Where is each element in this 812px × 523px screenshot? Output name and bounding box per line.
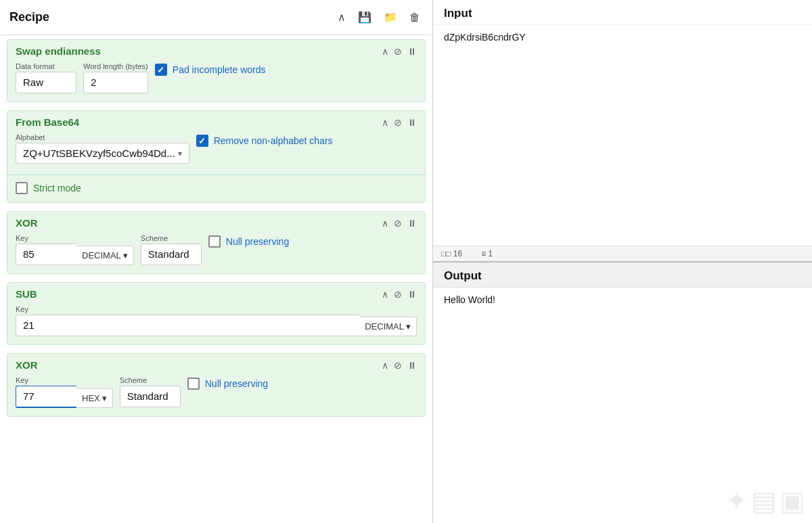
xor2-body: Key 77 HEX ▾ Scheme Standard — [7, 376, 425, 416]
pad-incomplete-words-checkbox[interactable] — [155, 64, 167, 76]
data-format-group: Data format Raw — [16, 62, 76, 93]
watermark-icon1: ✦ — [725, 485, 748, 516]
strict-mode-checkbox[interactable] — [16, 182, 28, 194]
input-header: Input — [433, 0, 812, 25]
watermark-icon2: ▤ — [751, 485, 777, 516]
xor1-scheme-group: Scheme Standard — [141, 234, 202, 265]
status-chars: □□ 16 — [441, 249, 462, 258]
xor1-scheme-input[interactable]: Standard — [141, 244, 202, 265]
xor1-header: XOR ∧ ⊘ ⏸ — [7, 212, 425, 234]
alphabet-dropdown[interactable]: ZQ+U7tSBEKVzyf5coCwb94Dd... ▾ — [16, 143, 189, 164]
swap-endianness-collapse[interactable]: ∧ — [382, 46, 388, 57]
swap-endianness-controls: ∧ ⊘ ⏸ — [382, 46, 417, 57]
watermark: ✦ ▤ ▣ — [725, 485, 805, 516]
word-length-value: 2 — [91, 76, 96, 88]
xor2-null-preserving-row: Null preserving — [187, 378, 268, 390]
xor1-key-value: 85 — [23, 248, 35, 260]
output-header: Output — [433, 263, 812, 288]
output-value: Hello World! — [444, 294, 495, 305]
from-base64-pause[interactable]: ⏸ — [407, 117, 417, 128]
xor1-key-input[interactable]: 85 — [16, 244, 76, 265]
xor2-card: XOR ∧ ⊘ ⏸ Key 77 HEX ▾ — [7, 353, 426, 417]
sub-collapse[interactable]: ∧ — [382, 289, 388, 300]
from-base64-card: From Base64 ∧ ⊘ ⏸ Alphabet ZQ+U7tSBEKVzy… — [7, 110, 426, 203]
input-title: Input — [444, 7, 472, 20]
word-length-label: Word length (bytes) — [83, 62, 148, 70]
xor2-disable[interactable]: ⊘ — [394, 360, 402, 371]
delete-recipe-button[interactable]: 🗑 — [407, 10, 423, 25]
xor2-collapse[interactable]: ∧ — [382, 360, 388, 371]
from-base64-collapse[interactable]: ∧ — [382, 117, 388, 128]
xor1-key-label: Key — [16, 234, 134, 242]
remove-non-alphabet-checkbox[interactable] — [196, 135, 208, 147]
recipe-header-icons: ∧ 💾 📁 🗑 — [335, 9, 423, 25]
xor1-disable[interactable]: ⊘ — [394, 218, 402, 229]
sub-key-row: 21 DECIMAL ▾ — [16, 315, 417, 336]
base64-separator — [7, 175, 425, 175]
input-content[interactable]: dZpKdrsiB6cndrGY — [433, 25, 812, 246]
xor2-key-input[interactable]: 77 — [16, 386, 76, 408]
xor2-controls: ∧ ⊘ ⏸ — [382, 360, 417, 371]
xor2-key-value: 77 — [23, 390, 35, 402]
xor1-key-type-dropdown[interactable]: DECIMAL ▾ — [76, 246, 134, 265]
xor1-pause[interactable]: ⏸ — [407, 218, 417, 229]
xor2-key-type-arrow: ▾ — [102, 393, 107, 403]
data-format-label: Data format — [16, 62, 76, 70]
sub-controls: ∧ ⊘ ⏸ — [382, 289, 417, 300]
swap-endianness-pause[interactable]: ⏸ — [407, 46, 417, 57]
output-section: Output Hello World! ✦ ▤ ▣ — [433, 263, 812, 524]
swap-endianness-disable[interactable]: ⊘ — [394, 46, 402, 57]
data-format-input[interactable]: Raw — [16, 72, 76, 93]
xor2-scheme-group: Scheme Standard — [120, 376, 181, 407]
xor1-collapse[interactable]: ∧ — [382, 218, 388, 229]
xor2-null-preserving-label[interactable]: Null preserving — [205, 378, 268, 389]
alphabet-group: Alphabet ZQ+U7tSBEKVzyf5coCwb94Dd... ▾ — [16, 133, 189, 164]
strict-mode-row: Strict mode — [7, 178, 425, 202]
xor1-key-group: Key 85 DECIMAL ▾ — [16, 234, 134, 265]
xor1-null-preserving-row: Null preserving — [208, 235, 289, 248]
sub-key-input[interactable]: 21 — [16, 315, 359, 336]
sub-key-group: Key 21 DECIMAL ▾ — [16, 305, 417, 336]
word-length-group: Word length (bytes) 2 — [83, 62, 148, 93]
status-lines: ≡ 1 — [481, 249, 493, 258]
xor2-pause[interactable]: ⏸ — [407, 360, 417, 371]
sub-disable[interactable]: ⊘ — [394, 289, 402, 300]
remove-non-alphabet-label[interactable]: Remove non-alphabet chars — [214, 135, 333, 146]
swap-endianness-body: Data format Raw Word length (bytes) 2 Pa… — [7, 62, 425, 101]
xor2-key-group: Key 77 HEX ▾ — [16, 376, 113, 408]
xor2-null-preserving-checkbox[interactable] — [187, 378, 200, 390]
output-title: Output — [444, 269, 482, 282]
pad-incomplete-words-label[interactable]: Pad incomplete words — [173, 64, 266, 75]
xor1-body: Key 85 DECIMAL ▾ Scheme Standard — [7, 234, 425, 273]
save-recipe-button[interactable]: 💾 — [355, 9, 374, 25]
xor1-null-preserving-label[interactable]: Null preserving — [226, 236, 289, 247]
from-base64-header: From Base64 ∧ ⊘ ⏸ — [7, 111, 425, 133]
open-recipe-button[interactable]: 📁 — [381, 9, 400, 25]
xor1-null-preserving-checkbox[interactable] — [208, 235, 221, 248]
collapse-all-button[interactable]: ∧ — [335, 9, 348, 25]
xor1-controls: ∧ ⊘ ⏸ — [382, 218, 417, 229]
alphabet-dropdown-arrow: ▾ — [178, 149, 182, 158]
word-length-input[interactable]: 2 — [83, 72, 148, 93]
right-panel: Input dZpKdrsiB6cndrGY □□ 16≡ 1 Output H… — [433, 0, 812, 523]
xor2-scheme-value: Standard — [127, 390, 168, 402]
sub-header: SUB ∧ ⊘ ⏸ — [7, 283, 425, 305]
left-panel: Recipe ∧ 💾 📁 🗑 Swap endianness ∧ ⊘ ⏸ Dat… — [0, 0, 433, 523]
xor2-scheme-label: Scheme — [120, 376, 181, 384]
strict-mode-label[interactable]: Strict mode — [33, 183, 81, 194]
sub-key-type-arrow: ▾ — [406, 321, 411, 332]
xor1-scheme-value: Standard — [148, 248, 189, 260]
watermark-icon3: ▣ — [780, 485, 805, 516]
from-base64-title: From Base64 — [16, 116, 79, 128]
from-base64-disable[interactable]: ⊘ — [394, 117, 402, 128]
from-base64-body: Alphabet ZQ+U7tSBEKVzyf5coCwb94Dd... ▾ R… — [7, 133, 425, 172]
xor1-key-type-arrow: ▾ — [123, 250, 128, 260]
xor2-scheme-input[interactable]: Standard — [120, 386, 181, 407]
xor1-key-type-value: DECIMAL — [82, 250, 121, 260]
xor1-scheme-label: Scheme — [141, 234, 202, 242]
sub-card: SUB ∧ ⊘ ⏸ Key 21 DECIMAL ▾ — [7, 282, 426, 345]
xor2-key-type-dropdown[interactable]: HEX ▾ — [76, 388, 113, 408]
sub-key-type-dropdown[interactable]: DECIMAL ▾ — [359, 317, 417, 336]
xor2-key-label: Key — [16, 376, 113, 384]
sub-pause[interactable]: ⏸ — [407, 289, 417, 300]
